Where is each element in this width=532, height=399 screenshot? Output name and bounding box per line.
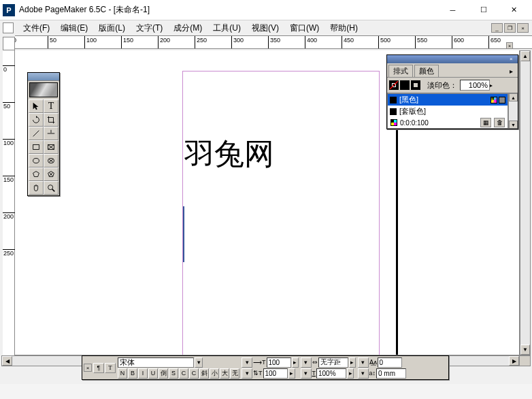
width-dropdown-icon[interactable]: ▸ [347, 368, 354, 379]
color-item-black[interactable]: [黑色] [388, 94, 508, 106]
style-倒-button[interactable]: 倒 [159, 368, 168, 379]
tab-styles[interactable]: 排式 [388, 65, 413, 77]
kern-dec-icon[interactable]: ▾ [358, 357, 369, 368]
rotate-tool[interactable] [29, 113, 44, 127]
color-item-registration[interactable]: [套版色] [388, 106, 508, 117]
ruler-tick: 0 [15, 36, 38, 49]
toolbox-titlebar[interactable] [28, 73, 59, 81]
scroll-up-icon[interactable]: ▲ [509, 93, 518, 101]
menubar: 文件(F) 编辑(E) 版面(L) 文字(T) 成分(M) 工具(U) 视图(V… [0, 20, 532, 35]
vertical-ruler[interactable]: 050100150200250 [3, 50, 15, 355]
width-dec-icon[interactable]: ▾ [301, 368, 312, 379]
kern-input[interactable] [378, 357, 402, 368]
menu-window[interactable]: 窗口(W) [284, 21, 325, 35]
size-input[interactable] [267, 357, 291, 368]
panel-menu-icon[interactable]: ▸ [510, 67, 516, 75]
stroke-swatch[interactable] [389, 80, 399, 90]
scroll-down-icon[interactable]: ▼ [520, 345, 530, 355]
tint-input[interactable] [460, 80, 490, 91]
vertical-scrollbar[interactable]: ▲ ▼ [520, 50, 531, 355]
style-无-button[interactable]: 无 [230, 368, 239, 379]
maximize-button[interactable]: ☐ [468, 1, 499, 20]
char-mode-button[interactable]: T [105, 363, 116, 373]
scroll-up-icon[interactable]: ▲ [520, 51, 530, 61]
leading-input[interactable] [263, 368, 288, 379]
style-小-button[interactable]: 小 [210, 368, 219, 379]
close-button[interactable]: ✕ [499, 1, 529, 20]
tracking-input[interactable] [318, 357, 348, 368]
zoom-tool[interactable] [44, 181, 59, 195]
colors-scrollbar[interactable]: ▲ ▼ [508, 93, 518, 129]
style-c-button[interactable]: C [189, 368, 199, 379]
new-color-button[interactable]: ▦ [480, 118, 491, 127]
style-大-button[interactable]: 大 [220, 368, 229, 379]
toolbox[interactable]: T [27, 72, 60, 196]
font-dropdown-icon[interactable]: ▾ [195, 357, 203, 368]
baseline-dec-icon[interactable]: ▾ [358, 368, 369, 379]
both-swatch[interactable] [411, 80, 420, 90]
menu-layout[interactable]: 版面(L) [93, 21, 131, 35]
menu-utilities[interactable]: 工具(U) [207, 21, 246, 35]
polygon-frame-tool[interactable] [44, 167, 59, 181]
style-i-button[interactable]: I [138, 368, 148, 379]
mdi-close-button[interactable]: × [517, 23, 529, 33]
style-u-button[interactable]: U [148, 368, 158, 379]
polygon-tool[interactable] [29, 167, 44, 181]
rectangle-frame-tool[interactable] [44, 140, 59, 154]
minimize-button[interactable]: ─ [437, 1, 468, 20]
ruler-tick: 100 [84, 36, 112, 49]
fill-swatch[interactable] [400, 80, 410, 90]
palette-close-icon[interactable]: × [84, 364, 92, 372]
scroll-right-icon[interactable]: ▶ [509, 356, 519, 366]
tint-spinner[interactable]: ▸ [490, 82, 497, 89]
tab-colors[interactable]: 颜色 [414, 65, 439, 77]
leading-dec-icon[interactable]: ▾ [242, 368, 252, 379]
crop-tool[interactable] [44, 113, 59, 127]
style-s-button[interactable]: S [169, 368, 178, 379]
width-input[interactable] [316, 368, 346, 379]
hruler-collapse-icon[interactable]: × [506, 42, 513, 49]
scroll-down-icon[interactable]: ▼ [509, 121, 518, 129]
style-斜-button[interactable]: 斜 [199, 368, 209, 379]
text-tool[interactable]: T [44, 99, 59, 113]
rectangle-tool[interactable] [29, 140, 44, 154]
size-dec-icon[interactable]: ▾ [242, 357, 252, 368]
pointer-tool[interactable] [29, 99, 44, 113]
menu-element[interactable]: 成分(M) [168, 21, 207, 35]
svg-line-0 [33, 131, 39, 137]
menu-help[interactable]: 帮助(H) [325, 21, 363, 35]
track-dropdown-icon[interactable]: ▸ [349, 357, 356, 368]
menu-file[interactable]: 文件(F) [18, 21, 55, 35]
baseline-input[interactable] [376, 368, 406, 379]
color-name: [套版色] [399, 106, 426, 116]
horizontal-ruler[interactable]: 050100150200250300350400450500550600650 [15, 35, 532, 49]
panel-collapse-icon[interactable]: × [510, 56, 516, 63]
ruler-tick: 200 [158, 36, 185, 49]
text-frame[interactable]: 羽兔网 [184, 134, 274, 174]
style-n-button[interactable]: N [118, 368, 127, 379]
mdi-minimize-button[interactable]: _ [491, 23, 503, 33]
style-b-button[interactable]: B [128, 368, 137, 379]
font-select[interactable] [118, 357, 194, 368]
hand-tool[interactable] [29, 181, 44, 195]
menu-view[interactable]: 视图(V) [246, 21, 284, 35]
ruler-origin[interactable] [3, 37, 15, 50]
menu-type[interactable]: 文字(T) [131, 21, 168, 35]
scroll-left-icon[interactable]: ◀ [2, 356, 12, 366]
colors-panel-titlebar[interactable]: × [387, 55, 518, 63]
leading-dropdown-icon[interactable]: ▸ [288, 368, 295, 379]
style-c-button[interactable]: C [179, 368, 188, 379]
para-mode-button[interactable]: ¶ [93, 363, 104, 373]
colors-panel[interactable]: × 排式 颜色 ▸ 淡印色： ▸ [黑色] [套版色] 0:0:0:100 [386, 54, 518, 129]
menu-edit[interactable]: 编辑(E) [55, 21, 93, 35]
line-tool[interactable] [29, 127, 44, 140]
ellipse-tool[interactable] [29, 154, 44, 167]
delete-color-button[interactable]: 🗑 [494, 118, 505, 127]
track-dec-icon[interactable]: ▾ [301, 357, 312, 368]
control-palette[interactable]: × ¶ T ▾ NBIU倒SCC斜小大无 ▾ ⟶T ▸ ▾ ⇅T ▸ ▾ ⇔ [82, 355, 449, 380]
size-dropdown-icon[interactable]: ▸ [292, 357, 299, 368]
mdi-restore-button[interactable]: ❐ [504, 23, 516, 33]
page[interactable]: 羽兔网 [182, 71, 380, 355]
ellipse-frame-tool[interactable] [44, 154, 59, 167]
constrained-line-tool[interactable] [44, 127, 59, 140]
